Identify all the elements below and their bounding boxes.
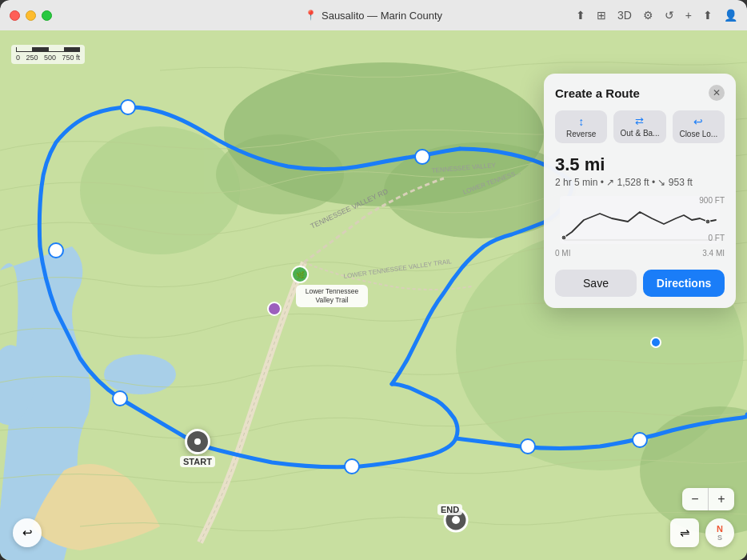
share-icon[interactable]: ⬆ bbox=[703, 9, 713, 22]
close-loop-label: Close Lo... bbox=[679, 130, 717, 138]
window-title: Sausalito — Marin County bbox=[322, 10, 442, 22]
panel-header: Create a Route ✕ bbox=[555, 85, 725, 101]
scale-labels: 0 250 500 750 ft bbox=[16, 54, 80, 62]
svg-text:→: → bbox=[636, 436, 644, 445]
traffic-lights bbox=[10, 10, 52, 21]
reverse-icon: ↕ bbox=[578, 115, 584, 128]
start-label: START bbox=[180, 456, 215, 467]
compass-north: N bbox=[717, 524, 723, 534]
panel-buttons: Save Directions bbox=[555, 270, 725, 297]
out-back-button[interactable]: ⇄ Out & Ba... bbox=[613, 110, 665, 143]
filter-button[interactable]: ⇌ bbox=[670, 518, 699, 547]
start-marker: START bbox=[180, 429, 215, 467]
start-circle bbox=[185, 429, 210, 454]
location-icon[interactable]: ⬆ bbox=[576, 9, 585, 22]
svg-point-31 bbox=[268, 302, 281, 315]
route-stats: 3.5 mi 2 hr 5 min • ↗ 1,528 ft • ↘ 953 f… bbox=[555, 154, 725, 188]
elevation-y-labels: 900 FT 0 FT bbox=[699, 196, 725, 242]
info-icon[interactable]: ⚙ bbox=[643, 9, 653, 22]
out-back-icon: ⇄ bbox=[635, 115, 644, 127]
fullscreen-traffic-light[interactable] bbox=[42, 10, 52, 21]
panel-close-button[interactable]: ✕ bbox=[709, 85, 725, 101]
end-marker: END bbox=[437, 504, 462, 517]
svg-text:↑: ↑ bbox=[54, 246, 58, 255]
reverse-label: Reverse bbox=[566, 130, 596, 138]
zoom-plus-button[interactable]: + bbox=[709, 488, 734, 510]
svg-text:Lower Tennessee: Lower Tennessee bbox=[306, 287, 359, 295]
back-icon: ↩ bbox=[22, 526, 33, 540]
close-loop-button[interactable]: ↩ Close Lo... bbox=[673, 110, 725, 143]
route-distance: 3.5 mi bbox=[555, 154, 725, 175]
titlebar: 📍 Sausalito — Marin County ⬆ ⊞ 3D ⚙ ↺ + … bbox=[0, 0, 747, 30]
end-label: END bbox=[437, 504, 462, 515]
panel-actions: ↕ Reverse ⇄ Out & Ba... ↩ Close Lo... bbox=[555, 110, 725, 143]
close-traffic-light[interactable] bbox=[10, 10, 20, 21]
elevation-x-labels: 0 MI 3.4 MI bbox=[555, 249, 725, 258]
zoom-minus-button[interactable]: − bbox=[682, 488, 708, 510]
svg-text:🌿: 🌿 bbox=[296, 270, 306, 280]
directions-button[interactable]: Directions bbox=[643, 270, 725, 297]
map-container[interactable]: TENNESSEE VALLEY RD LOWER TENNESSEE VALL… bbox=[0, 30, 747, 560]
add-icon[interactable]: + bbox=[685, 9, 692, 22]
route-panel: Create a Route ✕ ↕ Reverse ⇄ Out & Ba...… bbox=[544, 74, 736, 308]
window-title-area: 📍 Sausalito — Marin County bbox=[305, 10, 442, 22]
svg-text:→: → bbox=[348, 462, 356, 471]
panel-title: Create a Route bbox=[555, 86, 640, 100]
minimize-traffic-light[interactable] bbox=[26, 10, 36, 21]
layers-icon[interactable]: ⊞ bbox=[597, 9, 606, 22]
svg-text:←: ← bbox=[524, 442, 532, 451]
svg-point-36 bbox=[561, 235, 566, 240]
back-button[interactable]: ↩ bbox=[13, 518, 42, 547]
svg-text:Valley Trail: Valley Trail bbox=[316, 296, 349, 304]
account-icon[interactable]: 👤 bbox=[724, 9, 737, 22]
svg-text:→: → bbox=[418, 153, 426, 162]
reverse-button[interactable]: ↕ Reverse bbox=[555, 110, 607, 143]
refresh-icon[interactable]: ↺ bbox=[665, 9, 674, 22]
svg-point-1 bbox=[104, 354, 176, 394]
3d-icon[interactable]: 3D bbox=[617, 9, 632, 22]
svg-point-32 bbox=[651, 338, 661, 347]
close-loop-icon: ↩ bbox=[693, 115, 703, 128]
route-details: 2 hr 5 min • ↗ 1,528 ft • ↘ 953 ft bbox=[555, 177, 725, 188]
filter-icon: ⇌ bbox=[680, 526, 690, 540]
save-button[interactable]: Save bbox=[555, 270, 637, 297]
svg-text:↑: ↑ bbox=[126, 103, 130, 112]
svg-point-34 bbox=[452, 516, 460, 524]
app-window: 📍 Sausalito — Marin County ⬆ ⊞ 3D ⚙ ↺ + … bbox=[0, 0, 747, 560]
svg-text:↓: ↓ bbox=[118, 394, 122, 403]
out-back-label: Out & Ba... bbox=[621, 129, 660, 138]
close-icon: ✕ bbox=[713, 87, 721, 98]
map-pin-icon: 📍 bbox=[305, 10, 317, 21]
compass-south: S bbox=[717, 534, 722, 542]
titlebar-controls: ⬆ ⊞ 3D ⚙ ↺ + ⬆ 👤 bbox=[576, 9, 737, 22]
compass-button[interactable]: N S bbox=[705, 518, 734, 547]
elevation-chart: 900 FT 0 FT 0 MI 3.4 MI bbox=[555, 196, 725, 260]
scale-bar: 0 250 500 750 ft bbox=[11, 45, 85, 64]
zoom-controls: − + bbox=[682, 488, 734, 517]
